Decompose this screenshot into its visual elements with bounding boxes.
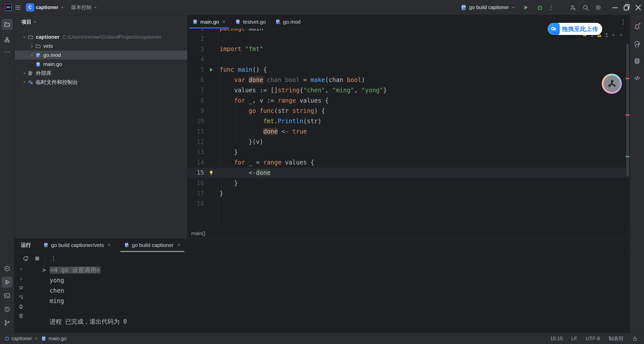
line-number[interactable]: 3 [188,44,204,54]
editor-tab-main-go[interactable]: main.go✕ [188,15,230,28]
close-tab-icon[interactable]: ✕ [222,19,226,25]
more-options-button[interactable] [50,255,57,262]
chevron-down-icon[interactable] [21,35,28,39]
status-project[interactable]: captioner [11,336,32,341]
minimize-button[interactable] [609,3,621,13]
line-number[interactable]: 2 [188,34,204,44]
line-number[interactable]: 12 [188,137,204,147]
chevron-right-icon[interactable] [21,80,28,85]
stripe-button-structure-tool[interactable] [2,34,13,45]
console-folded-command[interactable]: <4 go 设置调用> [50,267,101,274]
line-number[interactable]: 7 [188,85,204,96]
stripe-button-problems-tool[interactable] [2,304,13,315]
line-number[interactable]: 14 [188,157,204,168]
line-number[interactable]: 8 [188,96,204,106]
tree-row--[interactable]: 临时文件和控制台 [15,78,187,87]
project-widget[interactable]: C captioner [24,3,67,13]
line-number[interactable]: 6 [188,75,204,85]
line-separator[interactable]: LF [571,336,577,341]
next-problem-icon[interactable] [619,33,624,37]
line-number[interactable]: 1 [188,29,204,34]
code-editor[interactable]: 1package main23import "fmt"45func main()… [188,29,630,229]
run-config-selector[interactable]: go build captioner [460,4,516,11]
scrollbar-ok-mark [625,156,630,157]
editor-tab-go-mod[interactable]: go.mod [270,15,305,28]
add-user-button[interactable] [570,4,577,11]
settings-button[interactable] [595,4,602,11]
go-run-icon [124,242,130,248]
gutter-slot [204,106,218,116]
printer-icon[interactable] [18,304,24,310]
line-number[interactable]: 9 [188,106,204,116]
restore-button[interactable] [621,3,632,13]
trash-icon[interactable] [18,313,24,319]
gutter-slot [204,137,218,147]
run-tab-go-build-captioner[interactable]: go build captioner✕ [119,238,185,252]
status-file[interactable]: main.go [49,336,66,341]
line-number[interactable]: 13 [188,147,204,157]
gutter-slot [204,96,218,106]
debug-button[interactable] [536,4,543,11]
line-number[interactable]: 4 [188,54,204,65]
caret-position[interactable]: 15:15 [550,336,563,341]
line-number[interactable]: 5 [188,65,204,75]
lightbulb-icon[interactable] [204,168,218,178]
line-number[interactable]: 15 [188,168,204,178]
chevron-right-icon[interactable] [29,53,35,58]
tab-options-icon[interactable] [620,18,627,25]
stop-button[interactable] [34,255,41,262]
arrow-up-icon[interactable] [18,267,24,272]
line-number[interactable]: 17 [188,188,204,199]
stripe-button-endpoints-tool[interactable] [631,72,642,83]
floating-assistant-button[interactable] [602,74,622,94]
code-text: values := []string{"chen", "ming", "yong… [218,85,387,96]
prev-problem-icon[interactable] [611,33,616,37]
stripe-button-terminal-tool[interactable] [2,290,13,301]
close-tab-icon[interactable]: ✕ [177,242,181,248]
chevron-right-icon[interactable] [21,71,28,76]
main-menu-icon[interactable] [14,4,21,11]
stripe-button-run-tool[interactable] [2,277,13,288]
chevron-right-icon[interactable] [29,44,35,49]
stripe-button-git-tool[interactable] [2,317,13,328]
line-number[interactable]: 10 [188,116,204,126]
upload-drop-badge[interactable]: 拖拽至此上传 [548,23,602,35]
arrow-down-icon[interactable] [18,276,24,282]
console-output[interactable]: > <4 go 设置调用>yongchenming进程 已完成，退出代码为 0 [42,265,625,331]
rerun-button[interactable] [22,255,29,262]
tree-row-main-go[interactable]: main.go [15,60,187,69]
line-number[interactable]: 16 [188,178,204,188]
breadcrumbs[interactable]: main() [188,229,630,238]
tree-row-captioner[interactable]: captionerC:\Users\meowr\GolandProjects\c… [15,32,187,41]
stripe-button-services-tool[interactable] [2,263,13,274]
tree-row-go-mod[interactable]: go.mod [15,51,187,60]
run-gutter-icon[interactable] [204,65,218,75]
softwrap-icon[interactable] [18,285,24,291]
line-number[interactable]: 18 [188,199,204,209]
tree-row--[interactable]: 外部库 [15,69,187,78]
stripe-button-notifications[interactable] [631,21,642,32]
close-tab-icon[interactable]: ✕ [107,242,111,248]
vcs-widget[interactable]: 版本控制 [69,3,100,13]
titlebar: GO C captioner 版本控制 go build captioner [0,0,644,15]
run-panel-title[interactable]: 运行 [21,242,31,248]
stripe-button-ai-assistant[interactable] [631,38,642,49]
more-actions-button[interactable] [547,4,554,11]
stripe-button-more-tools[interactable] [2,47,13,58]
search-everywhere-button[interactable] [582,4,589,11]
project-panel-title[interactable]: 项目 [21,19,31,25]
stripe-button-project-tool[interactable] [2,19,13,30]
tree-row-vets[interactable]: vets [15,41,187,51]
indent-style[interactable]: 制表符 [609,335,624,342]
line-number[interactable]: 11 [188,126,204,137]
run-button[interactable] [522,4,529,11]
file-lock-icon[interactable] [632,336,638,341]
close-button[interactable] [632,3,644,13]
stripe-button-database-tool[interactable] [631,55,642,66]
file-encoding[interactable]: UTF-8 [586,336,600,341]
scroll-end-icon[interactable] [18,294,24,300]
status-breadcrumb[interactable]: captioner main.go [0,336,66,341]
run-tab-go-build-captioner-vets[interactable]: go build captioner/vets✕ [38,238,116,252]
editor-tab-testvet-go[interactable]: testvet.go [230,15,270,28]
breadcrumb-item[interactable]: main() [191,231,206,236]
